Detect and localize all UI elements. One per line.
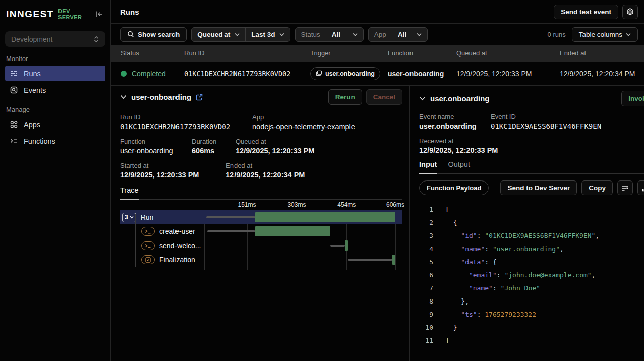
column-header-ended-at: Ended at [560,49,644,57]
trigger-badge[interactable]: user.onboarding [310,67,380,80]
code-line: 9 "ts": 1765279233322 [419,308,644,321]
function-cell: user-onboarding [388,70,456,78]
function-payload-button[interactable]: Function Payload [419,180,489,195]
received-at-value: 12/9/2025, 12:20:33 PM [419,146,498,154]
sidebar-item-apps[interactable]: Apps [5,116,105,132]
sidebar-item-runs[interactable]: Runs [5,66,105,81]
event-id-label: Event ID [491,113,601,121]
function-link[interactable]: user-onboarding [120,147,192,155]
collapse-sidebar-icon[interactable] [95,10,103,18]
ended-at-cell: 12/9/2025, 12:20:34 PM [560,70,644,78]
app-filter-group: App All [368,27,428,42]
line-number: 1 [419,203,433,216]
ended-at-value: 12/9/2025, 12:20:34 PM [226,171,305,179]
trace-row-label: Finalization [159,256,195,264]
trace-row-finalization[interactable]: Finalization [120,253,402,267]
trace-queue-line [330,245,345,247]
trace-row-label: create-user [159,227,195,235]
copy-button[interactable]: Copy [581,180,613,195]
line-number: 5 [419,256,433,269]
status-filter-group: Status All [295,27,364,42]
app-filter-dropdown[interactable]: All [392,28,427,41]
event-id-value: 01KC1DEX9AESS6BF1V46FFK9EN [491,122,601,130]
tab-input[interactable]: Input [419,160,437,174]
trace-tree-indent-line [135,214,136,267]
rerun-button[interactable]: Rerun [328,89,362,105]
trace-row-create-user[interactable]: create-user [120,224,402,238]
collapse-event-panel-icon[interactable] [419,96,426,101]
table-row[interactable]: Completed 01KC1DEXCHR2N617Z93RK0VD02 use… [111,62,644,85]
run-panel-title: user-onboarding [131,93,191,101]
event-panel-title: user.onboarding [430,94,490,103]
runs-count: 0 runs [548,31,566,38]
app-link[interactable]: nodejs-open-telemetry-example [252,123,355,131]
code-line: 6 "email": "john.doe@example.com", [419,269,644,282]
trace-expand-count-badge[interactable]: 3 [122,213,136,222]
events-icon [10,86,18,94]
queued-at-label: Queued at [236,138,314,145]
queued-at-dropdown[interactable]: Queued at [192,28,245,41]
sidebar-item-functions[interactable]: Functions [5,133,105,149]
started-at-value: 12/9/2025, 12:20:33 PM [120,171,226,179]
run-details-panel: user-onboarding Rerun Cancel Run ID 01KC… [111,86,410,361]
trace-duration-bar [255,212,395,222]
column-header-function: Function [388,49,456,57]
trace-tick-label: 303ms [287,201,306,208]
trace-queue-line [348,259,392,261]
external-link-icon[interactable] [196,94,203,101]
cancel-button[interactable]: Cancel [366,89,402,105]
trace-queue-line [207,230,255,232]
wrap-text-icon [621,185,629,191]
json-code-viewer[interactable]: 1[2 {3 "id": "01KC1DEX9AESS6BF1V46FFK9EN… [410,200,644,361]
line-number: 11 [419,334,433,347]
trace-duration-bar [392,255,395,265]
code-line: 8 }, [419,295,644,308]
terminal-step-icon [141,241,155,250]
tab-output[interactable]: Output [448,160,470,174]
expand-icon [642,185,644,192]
trace-row-send-welco---[interactable]: send-welco... [120,238,402,253]
time-range-dropdown[interactable]: Last 3d [245,28,289,41]
search-icon [127,31,134,38]
finalization-check-icon [141,255,155,264]
send-test-event-button[interactable]: Send test event [554,5,618,19]
dev-server-badge: DEV SERVER [58,8,95,20]
ended-at-label: Ended at [226,162,305,169]
environment-select[interactable]: Development [5,31,105,47]
inngest-logo: INNGEST [6,9,54,20]
code-line: 1[ [419,203,644,216]
code-line: 5 "data": { [419,256,644,269]
status-filter-dropdown[interactable]: All [326,28,363,41]
show-search-button[interactable]: Show search [120,27,187,42]
trace-tick-label: 454ms [337,201,356,208]
sidebar-section-manage: Manage [6,106,104,113]
send-to-dev-server-button[interactable]: Send to Dev Server [500,180,577,195]
status-completed-dot [121,71,127,77]
line-number: 3 [419,229,433,243]
duration-label: Duration [192,138,236,145]
code-line: 3 "id": "01KC1DEX9AESS6BF1V46FFK9EN", [419,229,644,243]
table-columns-dropdown[interactable]: Table columns [572,27,638,42]
settings-button[interactable] [622,5,638,19]
chevron-down-icon [626,33,631,36]
event-name-label: Event name [419,113,491,121]
trace-timeline-ticks: 151ms303ms454ms606ms [120,200,402,210]
tab-trace[interactable]: Trace [120,186,139,200]
chevron-down-icon [279,33,284,36]
trace-row-run[interactable]: 3 Run [120,210,402,224]
line-number: 2 [419,216,433,229]
invoke-button[interactable]: Invoke [621,91,644,106]
wrap-text-button[interactable] [617,180,633,195]
received-at-label: Received at [419,137,498,145]
trace-row-label: send-welco... [159,242,201,250]
sidebar-item-events[interactable]: Events [5,82,105,98]
column-header-run-id: Run ID [184,49,310,57]
collapse-run-panel-icon[interactable] [120,95,127,99]
trace-tick-label: 606ms [386,201,404,208]
expand-button[interactable] [637,180,644,195]
column-header-queued-at: Queued at [456,49,560,57]
trace-tick-label: 151ms [238,201,256,208]
column-header-status: Status [121,49,184,57]
run-id-value: 01KC1DEXCHR2N617Z93RK0VD02 [120,123,252,131]
gear-icon [626,8,634,16]
